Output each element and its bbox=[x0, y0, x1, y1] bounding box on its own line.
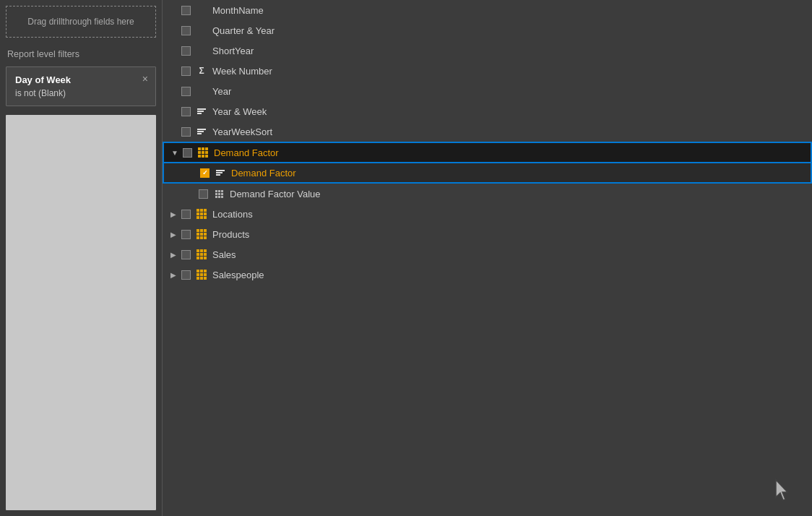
sort-icon bbox=[197, 108, 206, 114]
sort-icon bbox=[216, 170, 225, 176]
field-label-year: Year bbox=[212, 86, 805, 97]
checkbox-demand-factor-group[interactable] bbox=[183, 148, 192, 158]
table-icon bbox=[196, 249, 207, 259]
sigma-icon: Σ bbox=[199, 66, 204, 76]
icon-demand-factor-field bbox=[214, 167, 227, 179]
field-label-locations: Locations bbox=[212, 209, 805, 220]
left-panel: Drag drillthrough fields here Report lev… bbox=[0, 0, 163, 516]
field-row-demand-factor-value[interactable]: Demand Factor Value bbox=[163, 184, 812, 204]
field-label-week-number: Week Number bbox=[212, 66, 805, 77]
expand-arrow-demand-factor-group[interactable]: ▼ bbox=[170, 147, 180, 158]
field-label-yearweeksort: YearWeekSort bbox=[212, 126, 805, 137]
field-row-demand-factor-field[interactable]: Demand Factor bbox=[163, 163, 812, 184]
field-label-sales: Sales bbox=[212, 249, 805, 260]
checkbox-year-week[interactable] bbox=[181, 107, 191, 116]
checkbox-locations[interactable] bbox=[181, 210, 191, 219]
field-row-quarter-year[interactable]: Quarter & Year bbox=[163, 20, 812, 40]
icon-shortyear bbox=[195, 45, 208, 56]
expand-arrow-products[interactable]: ▶ bbox=[168, 229, 178, 239]
drillthrough-drop-area[interactable]: Drag drillthrough fields here bbox=[6, 6, 156, 38]
field-row-salespeople[interactable]: ▶ Salespeople bbox=[163, 265, 812, 285]
icon-salespeople bbox=[195, 269, 208, 280]
field-row-monthname[interactable]: MonthName bbox=[163, 0, 812, 20]
field-row-year[interactable]: Year bbox=[163, 81, 812, 101]
checkbox-demand-factor-field[interactable] bbox=[200, 168, 210, 178]
table-icon bbox=[196, 270, 207, 280]
field-row-locations[interactable]: ▶ Locations bbox=[163, 204, 812, 224]
icon-year bbox=[195, 85, 208, 97]
report-filters-label: Report level filters bbox=[0, 43, 162, 64]
svg-marker-0 bbox=[776, 480, 787, 500]
filter-card-title: Day of Week bbox=[15, 74, 147, 85]
icon-demand-factor-value bbox=[212, 188, 225, 199]
field-label-quarter-year: Quarter & Year bbox=[212, 25, 805, 36]
field-row-week-number[interactable]: ΣWeek Number bbox=[163, 61, 812, 81]
field-row-products[interactable]: ▶ Products bbox=[163, 224, 812, 244]
expand-arrow-salespeople[interactable]: ▶ bbox=[168, 270, 178, 280]
checkbox-quarter-year[interactable] bbox=[181, 26, 191, 35]
field-row-shortyear[interactable]: ShortYear bbox=[163, 40, 812, 61]
table-icon bbox=[196, 229, 207, 239]
field-label-year-week: Year & Week bbox=[212, 106, 805, 117]
checkbox-week-number[interactable] bbox=[181, 66, 191, 76]
field-label-salespeople: Salespeople bbox=[212, 270, 805, 280]
field-row-yearweeksort[interactable]: YearWeekSort bbox=[163, 121, 812, 142]
checkbox-year[interactable] bbox=[181, 87, 191, 96]
checkbox-shortyear[interactable] bbox=[181, 46, 191, 56]
field-label-demand-factor-field: Demand Factor bbox=[231, 168, 803, 179]
filter-card-value: is not (Blank) bbox=[15, 88, 147, 98]
fields-panel: MonthNameQuarter & YearShortYearΣWeek Nu… bbox=[163, 0, 812, 516]
icon-monthname bbox=[195, 4, 208, 16]
field-row-year-week[interactable]: Year & Week bbox=[163, 101, 812, 121]
field-row-sales[interactable]: ▶ Sales bbox=[163, 244, 812, 265]
icon-year-week bbox=[195, 106, 208, 117]
field-label-shortyear: ShortYear bbox=[212, 46, 805, 56]
field-label-demand-factor-value: Demand Factor Value bbox=[230, 189, 805, 199]
filter-card-close-button[interactable]: × bbox=[142, 73, 148, 85]
expand-arrow-locations[interactable]: ▶ bbox=[168, 209, 178, 219]
filter-card: Day of Week is not (Blank) × bbox=[6, 66, 156, 106]
checkbox-demand-factor-value[interactable] bbox=[199, 189, 208, 199]
icon-demand-factor-group bbox=[196, 147, 210, 158]
icon-week-number: Σ bbox=[195, 65, 208, 77]
table-icon bbox=[198, 147, 208, 158]
checkbox-monthname[interactable] bbox=[181, 6, 191, 15]
sort-icon bbox=[197, 129, 206, 134]
small-grid-icon bbox=[215, 190, 223, 198]
expand-arrow-sales[interactable]: ▶ bbox=[168, 249, 178, 259]
field-label-monthname: MonthName bbox=[212, 5, 805, 16]
field-label-demand-factor-group: Demand Factor bbox=[214, 147, 803, 158]
field-label-products: Products bbox=[212, 229, 805, 240]
checkbox-yearweeksort[interactable] bbox=[181, 127, 191, 137]
filter-empty-area bbox=[6, 115, 156, 510]
icon-locations bbox=[195, 208, 208, 220]
field-row-demand-factor-group[interactable]: ▼ Demand Factor bbox=[163, 142, 812, 163]
icon-yearweeksort bbox=[195, 126, 208, 137]
icon-quarter-year bbox=[195, 25, 208, 36]
checkbox-salespeople[interactable] bbox=[181, 270, 191, 280]
drillthrough-label: Drag drillthrough fields here bbox=[27, 17, 134, 27]
table-icon bbox=[196, 209, 207, 219]
icon-products bbox=[195, 228, 208, 240]
checkbox-sales[interactable] bbox=[181, 250, 191, 259]
icon-sales bbox=[195, 249, 208, 260]
mouse-cursor-icon bbox=[773, 477, 799, 503]
checkbox-products[interactable] bbox=[181, 230, 191, 239]
